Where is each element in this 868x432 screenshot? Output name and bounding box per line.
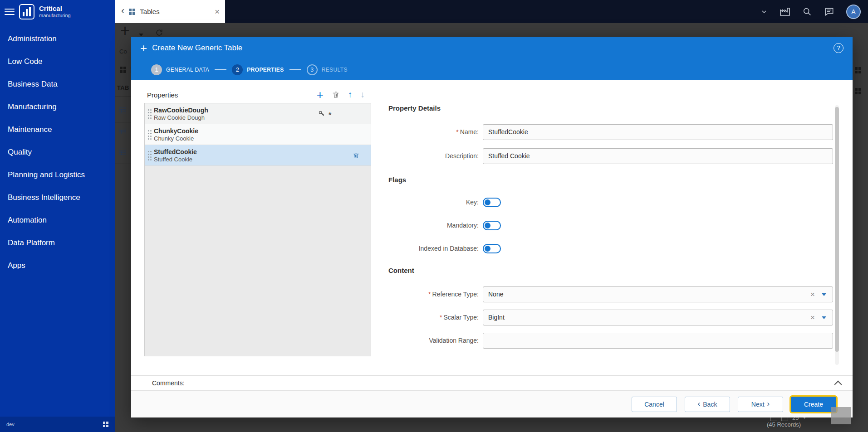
modal-body: Properties + ↑ ↓ RawCookieDough Raw Cook…: [131, 80, 853, 375]
environment-label: dev: [6, 422, 15, 427]
validation-range-input[interactable]: [483, 333, 833, 349]
add-property-icon[interactable]: +: [317, 90, 324, 99]
move-down-icon[interactable]: ↓: [361, 90, 365, 100]
table-row-icon: [119, 128, 126, 136]
property-flags: *: [318, 103, 332, 124]
step-results[interactable]: 3 RESULTS: [307, 64, 348, 75]
property-list-item-rawcookiedough[interactable]: RawCookieDough Raw Cookie Dough *: [145, 103, 371, 124]
key-toggle[interactable]: [483, 198, 501, 207]
chevron-up-icon[interactable]: [834, 380, 842, 388]
topbar: ‹ Tables × A: [115, 0, 868, 23]
property-list-item-chunkycookie[interactable]: ChunkyCookie Chunky Cookie: [145, 124, 371, 145]
sidebar-item-quality[interactable]: Quality: [0, 141, 115, 164]
logo-subtitle: manufacturing: [39, 13, 71, 18]
sidebar-item-low-code[interactable]: Low Code: [0, 50, 115, 73]
key-label: Key:: [388, 199, 479, 206]
search-icon[interactable]: [802, 7, 812, 17]
scalar-type-label: *Scalar Type:: [388, 310, 479, 325]
properties-list: RawCookieDough Raw Cookie Dough * Chunky…: [144, 103, 371, 356]
details-scrollbar[interactable]: [835, 105, 839, 365]
sidebar-nav: Administration Low Code Business Data Ma…: [0, 23, 115, 277]
factory-icon[interactable]: [780, 6, 790, 17]
sidebar-item-business-data[interactable]: Business Data: [0, 73, 115, 96]
drag-handle-icon[interactable]: [148, 130, 149, 131]
help-icon[interactable]: ?: [834, 43, 843, 53]
step-number: 3: [307, 64, 318, 75]
step-general-data[interactable]: 1 GENERAL DATA: [151, 64, 209, 75]
next-button[interactable]: Next›: [738, 397, 783, 412]
apps-grid-icon[interactable]: [103, 422, 108, 427]
app-root: + Co TAB 25 (45 Records) ‹ Tables ×: [0, 0, 868, 432]
delete-row-trash-icon[interactable]: [353, 145, 360, 165]
sidebar-item-apps[interactable]: Apps: [0, 254, 115, 277]
mandatory-toggle[interactable]: [483, 221, 501, 230]
wizard-steps: 1 GENERAL DATA 2 PROPERTIES 3 RESULTS: [131, 59, 853, 80]
plus-icon: +: [140, 42, 147, 54]
description-input[interactable]: Stuffed Cookie: [483, 148, 833, 164]
name-input[interactable]: StuffedCookie: [483, 124, 833, 140]
scrollbar-thumb[interactable]: [835, 107, 839, 352]
property-name: ChunkyCookie: [154, 127, 198, 135]
chevron-left-icon[interactable]: ‹: [121, 6, 124, 16]
indexed-toggle-row: Indexed in Database:: [388, 243, 501, 253]
table-row-icon: [119, 107, 126, 115]
key-icon: [318, 110, 325, 117]
property-details-title: Property Details: [388, 104, 441, 112]
back-button[interactable]: ‹Back: [685, 397, 730, 412]
properties-title: Properties: [144, 91, 178, 99]
name-field-row: *Name: StuffedCookie: [388, 124, 833, 140]
sidebar-item-data-platform[interactable]: Data Platform: [0, 232, 115, 254]
scalar-type-select[interactable]: BigInt ×: [483, 310, 833, 325]
sidebar-item-business-intelligence[interactable]: Business Intelligence: [0, 186, 115, 209]
hamburger-menu-icon[interactable]: [5, 9, 15, 15]
reference-type-value: None: [488, 291, 503, 298]
indexed-toggle[interactable]: [483, 244, 501, 253]
properties-panel-header: Properties + ↑ ↓: [144, 87, 371, 102]
close-tab-icon[interactable]: ×: [215, 7, 220, 17]
dropdown-caret-icon: [822, 316, 826, 319]
records-count: (45 Records): [767, 421, 801, 428]
sidebar-item-manufacturing[interactable]: Manufacturing: [0, 96, 115, 118]
create-button[interactable]: Create: [791, 397, 836, 412]
reference-type-select[interactable]: None ×: [483, 286, 833, 302]
tab-label: Tables: [140, 8, 211, 15]
reference-type-label: *Reference Type:: [388, 286, 479, 302]
column-header-fragment: TAB: [117, 84, 129, 91]
avatar[interactable]: A: [846, 5, 861, 19]
sidebar-item-automation[interactable]: Automation: [0, 209, 115, 232]
property-description: Raw Cookie Dough: [154, 114, 208, 121]
sidebar-item-planning-and-logistics[interactable]: Planning and Logistics: [0, 164, 115, 186]
sidebar-item-administration[interactable]: Administration: [0, 28, 115, 50]
sidebar-header: Critical manufacturing: [0, 0, 115, 23]
sidebar-item-maintenance[interactable]: Maintenance: [0, 118, 115, 141]
delete-property-icon[interactable]: [332, 91, 340, 99]
step-number: 2: [232, 64, 243, 75]
scalar-type-value: BigInt: [488, 314, 505, 321]
add-table-button-dimmed: +: [120, 23, 130, 39]
tab-tables[interactable]: ‹ Tables ×: [115, 0, 225, 23]
drag-handle-icon[interactable]: [148, 151, 149, 152]
row-divider: [115, 143, 131, 143]
scalar-type-field-row: *Scalar Type: BigInt ×: [388, 310, 833, 325]
chevron-down-icon[interactable]: [760, 8, 768, 15]
comments-section[interactable]: Comments:: [131, 375, 853, 390]
property-list-item-stuffedcookie[interactable]: StuffedCookie Stuffed Cookie: [145, 145, 371, 166]
property-description: Chunky Cookie: [154, 135, 198, 142]
cancel-button[interactable]: Cancel: [632, 397, 677, 412]
mandatory-label: Mandatory:: [388, 222, 479, 229]
chat-icon[interactable]: [824, 6, 834, 17]
table-row-icon: [119, 149, 126, 157]
clear-icon[interactable]: ×: [810, 287, 815, 302]
move-up-icon[interactable]: ↑: [348, 90, 353, 100]
critical-manufacturing-logo: [19, 4, 34, 19]
step-properties[interactable]: 2 PROPERTIES: [232, 64, 284, 75]
content-section-title: Content: [388, 267, 414, 274]
sidebar-footer: dev: [0, 417, 115, 432]
required-marker: *: [428, 291, 431, 298]
drag-handle-icon[interactable]: [148, 109, 149, 111]
clear-icon[interactable]: ×: [810, 310, 815, 325]
toggle-knob: [485, 223, 490, 228]
step-connector: [289, 69, 301, 70]
validation-range-field-row: Validation Range:: [388, 333, 833, 349]
reference-type-field-row: *Reference Type: None ×: [388, 286, 833, 302]
